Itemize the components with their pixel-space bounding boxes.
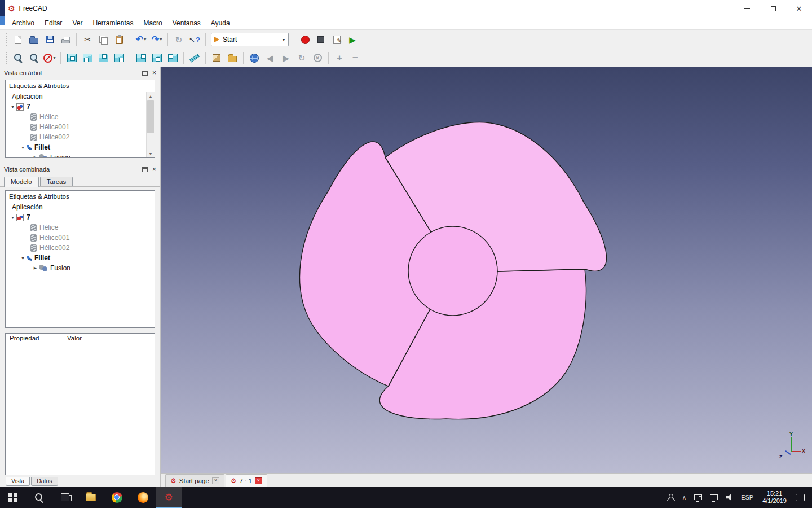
chrome-button[interactable] bbox=[104, 487, 130, 508]
expander-closed-icon[interactable]: ▶ bbox=[32, 155, 39, 158]
copy-button[interactable] bbox=[95, 32, 111, 47]
3d-viewport[interactable]: Y X Z bbox=[161, 67, 812, 473]
macro-record-button[interactable] bbox=[297, 32, 313, 47]
freecad-taskbar-button[interactable]: ⚙ bbox=[156, 487, 182, 508]
view-rear-button[interactable] bbox=[133, 51, 149, 65]
people-button[interactable] bbox=[663, 487, 678, 508]
nav-back-button[interactable]: ◀ bbox=[262, 51, 278, 65]
tree-row-fusion[interactable]: ▶ Fusion bbox=[6, 263, 155, 273]
scrollbar-thumb[interactable] bbox=[147, 100, 154, 133]
dock-close-icon[interactable]: × bbox=[152, 69, 156, 76]
menu-ver[interactable]: Ver bbox=[67, 17, 87, 29]
dock-float-icon[interactable] bbox=[142, 71, 148, 76]
view-axonometric-button[interactable] bbox=[64, 51, 80, 65]
zoom-in-button[interactable]: + bbox=[332, 51, 347, 65]
menu-ventanas[interactable]: Ventanas bbox=[167, 17, 206, 29]
redo-button[interactable]: ↷ ▾ bbox=[149, 32, 165, 47]
save-button[interactable] bbox=[42, 32, 58, 47]
fit-all-button[interactable] bbox=[10, 51, 26, 65]
tree-row-helice001[interactable]: Hélice001 bbox=[6, 122, 155, 132]
file-explorer-button[interactable] bbox=[78, 487, 104, 508]
page-refresh-button[interactable]: ↻ bbox=[294, 51, 310, 65]
start-button[interactable] bbox=[0, 487, 26, 508]
measure-button[interactable] bbox=[187, 51, 202, 65]
refresh-button[interactable]: ↻ bbox=[171, 32, 187, 47]
tree-row-document[interactable]: ▼ 7 bbox=[6, 102, 155, 112]
show-desktop-button[interactable] bbox=[809, 487, 812, 508]
volume-tray-button[interactable] bbox=[722, 487, 737, 508]
view-left-button[interactable] bbox=[165, 51, 180, 65]
tree-row-fusion[interactable]: ▶ Fusion bbox=[6, 152, 155, 158]
start-page-tab-close-icon[interactable]: × bbox=[212, 477, 219, 484]
tab-vista[interactable]: Vista bbox=[6, 477, 30, 486]
tray-overflow-button[interactable]: ∧ bbox=[678, 487, 690, 508]
property-column-header[interactable]: Propiedad bbox=[6, 334, 63, 344]
nav-forward-button[interactable]: ▶ bbox=[278, 51, 294, 65]
workbench-selector[interactable]: Start ▾ bbox=[211, 33, 289, 46]
firefox-button[interactable] bbox=[130, 487, 156, 508]
tab-tareas[interactable]: Tareas bbox=[40, 177, 73, 186]
whats-this-button[interactable]: ↖ ? bbox=[187, 32, 202, 47]
expander-open-icon[interactable]: ▼ bbox=[19, 146, 27, 150]
tree-row-helice[interactable]: Hélice bbox=[6, 222, 155, 233]
tree-row-application[interactable]: Aplicación bbox=[6, 91, 155, 102]
new-document-button[interactable] bbox=[10, 32, 26, 47]
tree-row-helice002[interactable]: Hélice002 bbox=[6, 132, 155, 142]
document-tab-close-icon[interactable]: × bbox=[255, 477, 262, 484]
taskbar-search-button[interactable] bbox=[26, 487, 52, 508]
menu-herramientas[interactable]: Herramientas bbox=[87, 17, 138, 29]
scroll-down-icon[interactable]: ▼ bbox=[147, 150, 155, 157]
macro-run-button[interactable]: ▶ bbox=[345, 32, 360, 47]
tree-scrollbar[interactable]: ▲ ▼ bbox=[146, 92, 155, 157]
tree-row-application[interactable]: Aplicación bbox=[6, 202, 155, 212]
expander-open-icon[interactable]: ▼ bbox=[9, 216, 16, 220]
tree-row-document[interactable]: ▼ 7 bbox=[6, 212, 155, 222]
open-document-button[interactable] bbox=[26, 32, 42, 47]
box-zoom-button[interactable] bbox=[26, 51, 42, 65]
dock-close-icon[interactable]: × bbox=[152, 166, 156, 173]
menu-archivo[interactable]: Archivo bbox=[7, 17, 39, 29]
close-button[interactable]: ✕ bbox=[786, 0, 812, 17]
scroll-up-icon[interactable]: ▲ bbox=[147, 92, 155, 100]
maximize-button[interactable] bbox=[760, 0, 786, 17]
network-tray-button[interactable] bbox=[706, 487, 722, 508]
taskbar-clock[interactable]: 15:21 4/1/2019 bbox=[757, 490, 792, 505]
web-browser-button[interactable] bbox=[246, 51, 262, 65]
appearance-button[interactable] bbox=[209, 51, 224, 65]
tab-document-7[interactable]: ⚙ 7 : 1 × bbox=[226, 474, 267, 487]
expander-open-icon[interactable]: ▼ bbox=[9, 105, 16, 109]
view-right-button[interactable] bbox=[111, 51, 127, 65]
view-top-button[interactable] bbox=[95, 51, 111, 65]
print-button[interactable] bbox=[58, 32, 73, 47]
language-indicator[interactable]: ESP bbox=[737, 487, 757, 508]
page-stop-button[interactable]: ✕ bbox=[310, 51, 325, 65]
tree-row-fillet[interactable]: ▼ Fillet bbox=[6, 142, 155, 152]
expander-closed-icon[interactable]: ▶ bbox=[32, 266, 39, 270]
menu-macro[interactable]: Macro bbox=[138, 17, 167, 29]
view-bottom-button[interactable] bbox=[149, 51, 165, 65]
value-column-header[interactable]: Valor bbox=[63, 334, 155, 344]
tab-start-page[interactable]: ⚙ Start page × bbox=[165, 474, 224, 487]
open-website-folder-button[interactable] bbox=[224, 51, 240, 65]
paste-button[interactable] bbox=[111, 32, 127, 47]
macro-edit-button[interactable]: ✎ bbox=[329, 32, 345, 47]
tree-row-helice002[interactable]: Hélice002 bbox=[6, 243, 155, 253]
action-center-button[interactable] bbox=[792, 487, 809, 508]
display-tray-button[interactable] bbox=[690, 487, 706, 508]
tree-row-fillet[interactable]: ▼ Fillet bbox=[6, 253, 155, 263]
menu-ayuda[interactable]: Ayuda bbox=[206, 17, 235, 29]
tab-datos[interactable]: Datos bbox=[31, 477, 58, 486]
tab-modelo[interactable]: Modelo bbox=[4, 177, 39, 187]
model-fusion-shape[interactable] bbox=[258, 81, 617, 419]
draw-style-button[interactable]: ▾ bbox=[42, 51, 58, 65]
undo-button[interactable]: ↶ ▾ bbox=[133, 32, 149, 47]
minimize-button[interactable] bbox=[734, 0, 760, 17]
menu-editar[interactable]: Editar bbox=[39, 17, 67, 29]
zoom-out-button[interactable]: − bbox=[347, 51, 363, 65]
propeller-hub[interactable] bbox=[408, 226, 497, 316]
view-front-button[interactable] bbox=[80, 51, 95, 65]
dock-float-icon[interactable] bbox=[142, 167, 148, 172]
tree-row-helice001[interactable]: Hélice001 bbox=[6, 233, 155, 243]
macro-stop-button[interactable] bbox=[313, 32, 329, 47]
expander-open-icon[interactable]: ▼ bbox=[19, 256, 27, 260]
